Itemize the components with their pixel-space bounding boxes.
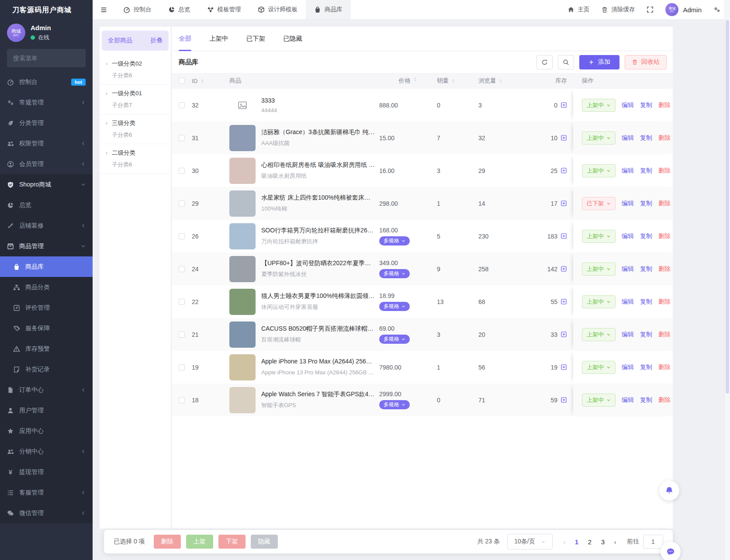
stock-edit-icon[interactable] <box>560 331 567 338</box>
avatar[interactable]: 商城 B2C <box>7 24 25 42</box>
product-title[interactable]: SOO行李箱男万向轮拉杆箱耐磨抗摔26英寸A330旅... <box>261 227 376 235</box>
recycle-bin-button[interactable]: 回收站 <box>625 55 667 69</box>
stock-edit-icon[interactable] <box>560 266 567 272</box>
scrollbar-thumb[interactable] <box>726 20 729 394</box>
status-select[interactable]: 上架中 <box>582 99 616 112</box>
stock-edit-icon[interactable] <box>560 233 567 239</box>
search-button[interactable] <box>558 55 574 69</box>
sort-icon[interactable] <box>200 79 205 83</box>
sidebar-item[interactable]: 总览 <box>0 195 93 215</box>
chat-fab[interactable] <box>661 542 681 560</box>
copy-link[interactable]: 复制 <box>640 232 652 240</box>
settings-gears-icon[interactable] <box>713 6 720 13</box>
row-checkbox[interactable] <box>179 299 185 305</box>
sidebar-item[interactable]: 商品分类 <box>0 277 93 297</box>
copy-link[interactable]: 复制 <box>640 363 652 371</box>
stock-edit-icon[interactable] <box>560 200 567 207</box>
product-image[interactable] <box>229 158 256 184</box>
category-tree-item[interactable]: 三级分类子分类6 <box>100 114 171 144</box>
product-title[interactable]: Apple iPhone 13 Pro Max (A2644) 256GB 苍岭… <box>261 358 376 366</box>
stock-edit-icon[interactable] <box>560 135 567 141</box>
row-checkbox[interactable] <box>179 397 185 403</box>
bulk-删除-button[interactable]: 删除 <box>154 535 181 549</box>
sidebar-item[interactable]: 商品库 <box>0 256 93 277</box>
copy-link[interactable]: 复制 <box>640 265 652 273</box>
sidebar-item[interactable]: 用户管理 <box>0 400 93 421</box>
page-number-2[interactable]: 2 <box>583 538 596 546</box>
sort-icon[interactable] <box>413 77 418 82</box>
row-checkbox[interactable] <box>179 168 185 174</box>
edit-link[interactable]: 编辑 <box>622 134 634 142</box>
column-sales[interactable]: 销量 <box>437 77 449 85</box>
refresh-button[interactable] <box>536 55 553 69</box>
stock-edit-icon[interactable] <box>560 298 567 305</box>
edit-link[interactable]: 编辑 <box>622 101 634 109</box>
multi-spec-badge[interactable]: 多规格 <box>379 269 410 278</box>
category-tree-item[interactable]: 二级分类子分类6 <box>100 144 171 174</box>
copy-link[interactable]: 复制 <box>640 200 652 207</box>
delete-link[interactable]: 删除 <box>658 331 671 339</box>
sidebar-item[interactable]: 评价管理 <box>0 297 93 318</box>
page-size-select[interactable]: 10条/页 <box>507 534 553 550</box>
sort-icon[interactable] <box>451 79 456 83</box>
row-checkbox[interactable] <box>179 135 185 141</box>
multi-spec-badge[interactable]: 多规格 <box>379 335 410 344</box>
row-checkbox[interactable] <box>179 364 185 370</box>
copy-link[interactable]: 复制 <box>640 396 652 404</box>
status-select[interactable]: 上架中 <box>582 164 616 177</box>
product-title[interactable]: 【UPF80+】波司登防晒衣2022年夏季防紫外线冰丝... <box>261 259 376 267</box>
edit-link[interactable]: 编辑 <box>622 232 634 240</box>
product-image[interactable] <box>229 289 256 315</box>
sidebar-item[interactable]: 权限管理 <box>0 133 93 154</box>
product-image[interactable] <box>229 190 256 217</box>
tab-全部[interactable]: 全部 <box>179 27 191 51</box>
sidebar-item[interactable]: 商品管理 <box>0 236 93 256</box>
status-select[interactable]: 上架中 <box>582 230 616 243</box>
category-child[interactable]: 子分类7 <box>112 101 167 109</box>
column-id[interactable]: ID <box>192 78 198 84</box>
tab-已下架[interactable]: 已下架 <box>246 27 266 51</box>
product-image[interactable] <box>229 387 256 413</box>
product-title[interactable]: 心相印卷纸厨房卷纸 吸油吸水厨房用纸 75节2卷纸巾... <box>261 161 376 169</box>
product-image[interactable] <box>229 256 256 282</box>
bulk-隐藏-button[interactable]: 隐藏 <box>251 535 278 549</box>
product-image[interactable] <box>229 321 256 348</box>
category-child[interactable]: 子分类6 <box>112 72 167 80</box>
delete-link[interactable]: 删除 <box>658 200 671 207</box>
product-image[interactable] <box>229 354 256 380</box>
topbar-tab[interactable]: 模板管理 <box>199 0 249 19</box>
delete-link[interactable]: 删除 <box>658 298 671 306</box>
collapse-button[interactable]: 折叠 <box>150 37 163 45</box>
status-select[interactable]: 上架中 <box>582 394 616 407</box>
caret-right-icon[interactable] <box>105 121 109 125</box>
row-checkbox[interactable] <box>179 233 185 239</box>
edit-link[interactable]: 编辑 <box>622 331 634 339</box>
product-title[interactable]: CACUSS B0520帽子男百搭潮流棒球帽女休闲户外鸭... <box>261 325 376 333</box>
product-image[interactable] <box>229 125 256 151</box>
edit-link[interactable]: 编辑 <box>622 298 634 306</box>
row-checkbox[interactable] <box>179 332 185 338</box>
status-select[interactable]: 上架中 <box>582 263 616 276</box>
stock-edit-icon[interactable] <box>560 167 567 174</box>
product-title[interactable]: 3333 <box>261 97 376 104</box>
sidebar-item[interactable]: Shopro商城 <box>0 174 93 195</box>
edit-link[interactable]: 编辑 <box>622 396 634 404</box>
multi-spec-badge[interactable]: 多规格 <box>379 236 410 245</box>
delete-link[interactable]: 删除 <box>658 167 671 175</box>
page-number-1[interactable]: 1 <box>570 538 583 546</box>
status-select[interactable]: 上架中 <box>582 328 616 341</box>
topbar-tab[interactable]: 控制台 <box>115 0 160 19</box>
category-child[interactable]: 子分类6 <box>112 131 167 139</box>
sidebar-item[interactable]: 订单中心 <box>0 380 93 400</box>
stock-edit-icon[interactable] <box>560 397 567 403</box>
status-select[interactable]: 上架中 <box>582 131 616 145</box>
sidebar-item[interactable]: 分类管理 <box>0 113 93 133</box>
row-checkbox[interactable] <box>179 102 185 108</box>
sidebar-item[interactable]: 应用中心 <box>0 421 93 441</box>
sidebar-item[interactable]: 会员管理 <box>0 154 93 174</box>
delete-link[interactable]: 删除 <box>658 363 671 371</box>
status-select[interactable]: 已下架 <box>582 197 616 210</box>
caret-right-icon[interactable] <box>105 151 109 155</box>
admin-profile[interactable]: 商城 B2C Admin <box>665 3 702 16</box>
product-title[interactable]: 水星家纺 床上四件套100%纯棉被套床单枕套床上用... <box>261 194 376 202</box>
